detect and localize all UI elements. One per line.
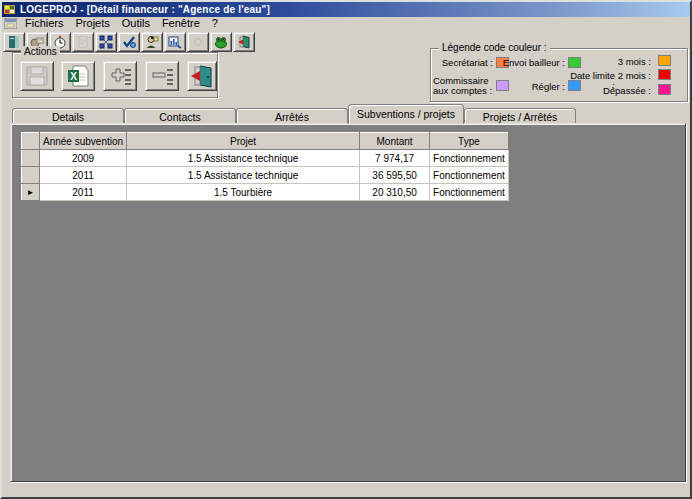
cell-type[interactable]: Fonctionnement — [430, 150, 509, 167]
legend-title: Légende code couleur : — [439, 42, 550, 53]
table-row[interactable]: 2009 1.5 Assistance technique 7 974,17 F… — [22, 150, 509, 167]
menu-outils[interactable]: Outils — [116, 17, 156, 30]
svg-text:X: X — [70, 71, 77, 82]
legend-secretariat-label: Secrétariat : — [433, 58, 493, 68]
menu-fenetre[interactable]: Fenêtre — [156, 17, 206, 30]
actions-group-label: Actions — [21, 46, 60, 57]
tab-subventions-projets[interactable]: Subventions / projets — [348, 104, 464, 124]
cell-montant[interactable]: 20 310,50 — [360, 184, 430, 201]
menu-projets[interactable]: Projets — [70, 17, 116, 30]
remove-line-button[interactable] — [145, 61, 179, 91]
cell-montant[interactable]: 7 974,17 — [360, 150, 430, 167]
check-icon — [122, 35, 136, 49]
legend-group: Légende code couleur : Secrétariat : Com… — [430, 48, 688, 102]
frog-icon — [214, 35, 228, 49]
tab-strip: Details Contacts Arrêtés Subventions / p… — [12, 106, 576, 124]
mdi-child-icon[interactable] — [4, 18, 17, 29]
tab-details[interactable]: Details — [12, 108, 124, 124]
subventions-table: Année subvention Projet Montant Type 200… — [21, 132, 509, 201]
title-bar[interactable]: LOGEPROJ - [Détail financeur : "Agence d… — [2, 2, 690, 17]
toolbar-network-button[interactable] — [95, 32, 117, 52]
menu-fichiers[interactable]: Fichiers — [19, 17, 70, 30]
table-row selected[interactable]: ► 2011 1.5 Tourbière 20 310,50 Fonctionn… — [22, 184, 509, 201]
legend-2mois-label: 2 mois : — [591, 71, 651, 81]
exit-button[interactable] — [187, 61, 217, 91]
save-icon — [25, 65, 49, 87]
column-header-annee[interactable]: Année subvention — [40, 133, 127, 150]
add-list-icon — [108, 65, 132, 87]
cell-projet[interactable]: 1.5 Assistance technique — [127, 150, 360, 167]
toolbar-chart-button[interactable] — [164, 32, 186, 52]
legend-depassee-label: Dépassée : — [591, 86, 651, 96]
column-header-projet[interactable]: Projet — [127, 133, 360, 150]
toolbar-document-button[interactable] — [72, 32, 94, 52]
row-selector[interactable] — [22, 167, 40, 184]
table-row[interactable]: 2011 1.5 Assistance technique 36 595,50 … — [22, 167, 509, 184]
network-icon — [99, 35, 113, 49]
app-icon — [4, 3, 17, 16]
toolbar-frog-button[interactable] — [210, 32, 232, 52]
legend-3mois-label: 3 mois : — [591, 57, 651, 67]
cell-type[interactable]: Fonctionnement — [430, 184, 509, 201]
actions-group: Actions X — [12, 52, 218, 98]
document-icon — [76, 35, 90, 49]
toolbar-check-button[interactable] — [118, 32, 140, 52]
diamond-icon — [191, 35, 205, 49]
excel-icon: X — [66, 65, 90, 87]
remove-list-icon — [150, 65, 174, 87]
row-selector-current[interactable]: ► — [22, 184, 40, 201]
window-title: LOGEPROJ - [Détail financeur : "Agence d… — [20, 4, 270, 15]
cell-projet[interactable]: 1.5 Tourbière — [127, 184, 360, 201]
column-header-type[interactable]: Type — [430, 133, 509, 150]
drawer-icon — [7, 35, 21, 49]
person-icon — [145, 35, 159, 49]
application-window: LOGEPROJ - [Détail financeur : "Agence d… — [0, 0, 692, 499]
cell-montant[interactable]: 36 595,50 — [360, 167, 430, 184]
toolbar-person-button[interactable] — [141, 32, 163, 52]
legend-depassee-swatch — [658, 84, 671, 95]
legend-3mois-swatch — [658, 55, 671, 66]
cell-projet[interactable]: 1.5 Assistance technique — [127, 167, 360, 184]
cell-annee[interactable]: 2009 — [40, 150, 127, 167]
tab-arretes[interactable]: Arrêtés — [236, 108, 348, 124]
chart-icon — [168, 35, 182, 49]
menu-bar: Fichiers Projets Outils Fenêtre ? — [2, 17, 690, 30]
excel-export-button[interactable]: X — [61, 61, 95, 91]
tab-contacts[interactable]: Contacts — [124, 108, 236, 124]
table-header-row: Année subvention Projet Montant Type — [22, 133, 509, 150]
toolbar-exit-button[interactable] — [233, 32, 255, 52]
toolbar-diamond-button[interactable] — [187, 32, 209, 52]
tab-projets-arretes[interactable]: Projets / Arrêtés — [464, 108, 576, 124]
legend-regler-label: Régler : — [493, 82, 565, 92]
cell-type[interactable]: Fonctionnement — [430, 167, 509, 184]
add-line-button[interactable] — [103, 61, 137, 91]
row-selector-header — [22, 133, 40, 150]
legend-envoi-bailleur-label: Envoi bailleur : — [493, 58, 565, 68]
cell-annee[interactable]: 2011 — [40, 167, 127, 184]
legend-2mois-swatch — [658, 69, 671, 80]
legend-commissaire-label: Commissaire aux comptes : — [433, 76, 493, 96]
row-selector[interactable] — [22, 150, 40, 167]
exit-door-icon — [237, 35, 251, 49]
column-header-montant[interactable]: Montant — [360, 133, 430, 150]
save-button[interactable] — [20, 61, 54, 91]
exit-door-action-icon — [190, 64, 214, 88]
cell-annee[interactable]: 2011 — [40, 184, 127, 201]
tab-page-subventions: Année subvention Projet Montant Type 200… — [10, 123, 686, 482]
legend-envoi-bailleur-swatch — [568, 57, 581, 68]
menu-help[interactable]: ? — [206, 17, 224, 30]
